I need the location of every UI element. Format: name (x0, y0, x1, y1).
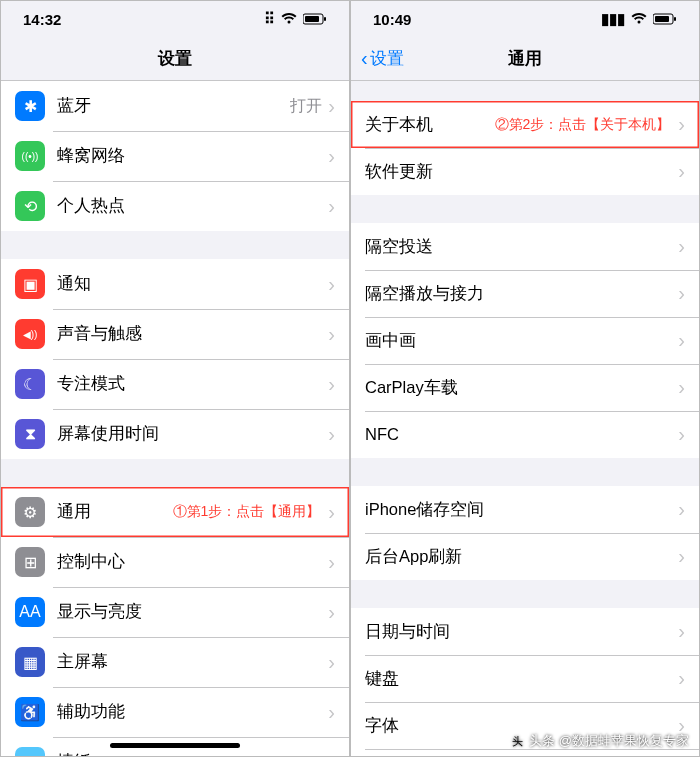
settings-row-hotspot[interactable]: ⟲个人热点› (1, 181, 349, 231)
status-indicators: ⠿ (264, 10, 327, 28)
watermark: 头 头条 @数据蛙苹果恢复专家 (509, 732, 689, 750)
chevron-right-icon: › (328, 751, 335, 757)
general-row[interactable]: 后台App刷新› (351, 533, 699, 580)
accessibility-icon: ♿ (15, 697, 45, 727)
settings-row-notifications[interactable]: ▣通知› (1, 259, 349, 309)
general-row[interactable]: 语言与地区› (351, 749, 699, 756)
row-label: 专注模式 (57, 373, 328, 395)
row-label: CarPlay车载 (365, 377, 678, 399)
chevron-right-icon: › (328, 701, 335, 724)
row-label: 隔空投送 (365, 236, 678, 258)
row-label: 键盘 (365, 668, 678, 690)
chevron-right-icon: › (678, 282, 685, 305)
chevron-right-icon: › (328, 145, 335, 168)
row-label: 软件更新 (365, 161, 678, 183)
status-time: 10:49 (373, 11, 411, 28)
svg-rect-1 (305, 16, 319, 22)
row-label: 蓝牙 (57, 95, 290, 117)
home-screen-icon: ▦ (15, 647, 45, 677)
settings-row-focus[interactable]: ☾专注模式› (1, 359, 349, 409)
control-center-icon: ⊞ (15, 547, 45, 577)
settings-row-screentime[interactable]: ⧗屏幕使用时间› (1, 409, 349, 459)
general-row[interactable]: 画中画› (351, 317, 699, 364)
general-group: iPhone储存空间›后台App刷新› (351, 486, 699, 580)
chevron-right-icon: › (328, 373, 335, 396)
chevron-right-icon: › (328, 273, 335, 296)
general-row[interactable]: 隔空投送› (351, 223, 699, 270)
general-row[interactable]: 关于本机②第2步：点击【关于本机】› (351, 101, 699, 148)
chevron-right-icon: › (328, 501, 335, 524)
chevron-right-icon: › (328, 423, 335, 446)
watermark-icon: 头 (509, 733, 525, 749)
row-label: 关于本机 (365, 114, 495, 136)
general-row[interactable]: 键盘› (351, 655, 699, 702)
settings-group: ▣通知›◀))声音与触感›☾专注模式›⧗屏幕使用时间› (1, 259, 349, 459)
display-icon: AA (15, 597, 45, 627)
wifi-icon (281, 11, 297, 28)
row-detail: 打开 (290, 96, 322, 117)
general-row[interactable]: 隔空播放与接力› (351, 270, 699, 317)
chevron-right-icon: › (678, 498, 685, 521)
row-label: 通知 (57, 273, 328, 295)
row-label: 画中画 (365, 330, 678, 352)
chevron-right-icon: › (328, 95, 335, 118)
header: 设置 (1, 37, 349, 81)
row-label: 墙纸 (57, 751, 328, 756)
general-list[interactable]: 关于本机②第2步：点击【关于本机】›软件更新›隔空投送›隔空播放与接力›画中画›… (351, 81, 699, 756)
general-row[interactable]: 日期与时间› (351, 608, 699, 655)
row-label: 控制中心 (57, 551, 328, 573)
general-row[interactable]: 软件更新› (351, 148, 699, 195)
settings-row-sound[interactable]: ◀))声音与触感› (1, 309, 349, 359)
hotspot-icon: ⟲ (15, 191, 45, 221)
status-indicators: ▮▮▮ (601, 10, 677, 28)
cellular-icon: ⠿ (264, 10, 275, 28)
phone-left: 14:32 ⠿ 设置 ✱蓝牙打开›((•))蜂窝网络›⟲个人热点›▣通知›◀))… (0, 0, 350, 757)
wallpaper-icon: ❀ (15, 747, 45, 756)
chevron-right-icon: › (328, 323, 335, 346)
chevron-right-icon: › (678, 160, 685, 183)
page-title: 通用 (508, 47, 542, 70)
settings-row-control-center[interactable]: ⊞控制中心› (1, 537, 349, 587)
row-label: NFC (365, 425, 678, 444)
general-group: 隔空投送›隔空播放与接力›画中画›CarPlay车载›NFC› (351, 223, 699, 458)
settings-row-bluetooth[interactable]: ✱蓝牙打开› (1, 81, 349, 131)
settings-row-home-screen[interactable]: ▦主屏幕› (1, 637, 349, 687)
settings-row-cellular[interactable]: ((•))蜂窝网络› (1, 131, 349, 181)
home-indicator[interactable] (110, 743, 240, 748)
settings-row-accessibility[interactable]: ♿辅助功能› (1, 687, 349, 737)
row-label: iPhone储存空间 (365, 499, 678, 521)
status-bar: 14:32 ⠿ (1, 1, 349, 37)
chevron-right-icon: › (328, 601, 335, 624)
screentime-icon: ⧗ (15, 419, 45, 449)
general-row[interactable]: iPhone储存空间› (351, 486, 699, 533)
step-annotation: ①第1步：点击【通用】 (173, 503, 321, 521)
row-label: 显示与亮度 (57, 601, 328, 623)
svg-rect-5 (674, 17, 676, 21)
row-label: 主屏幕 (57, 651, 328, 673)
row-label: 蜂窝网络 (57, 145, 328, 167)
general-icon: ⚙ (15, 497, 45, 527)
row-label: 日期与时间 (365, 621, 678, 643)
battery-icon (653, 11, 677, 28)
row-label: 屏幕使用时间 (57, 423, 328, 445)
svg-rect-2 (324, 17, 326, 21)
settings-row-display[interactable]: AA显示与亮度› (1, 587, 349, 637)
row-label: 通用 (57, 501, 173, 523)
chevron-right-icon: › (678, 113, 685, 136)
settings-list[interactable]: ✱蓝牙打开›((•))蜂窝网络›⟲个人热点›▣通知›◀))声音与触感›☾专注模式… (1, 81, 349, 756)
settings-group: ⚙通用①第1步：点击【通用】›⊞控制中心›AA显示与亮度›▦主屏幕›♿辅助功能›… (1, 487, 349, 756)
chevron-right-icon: › (328, 551, 335, 574)
svg-rect-4 (655, 16, 669, 22)
general-row[interactable]: NFC› (351, 411, 699, 458)
bluetooth-icon: ✱ (15, 91, 45, 121)
row-label: 后台App刷新 (365, 546, 678, 568)
general-row[interactable]: CarPlay车载› (351, 364, 699, 411)
chevron-right-icon: › (678, 667, 685, 690)
chevron-right-icon: › (328, 195, 335, 218)
phone-right: 10:49 ▮▮▮ ‹ 设置 通用 关于本机②第2步：点击【关于本机】›软件更新… (350, 0, 700, 757)
settings-row-general[interactable]: ⚙通用①第1步：点击【通用】› (1, 487, 349, 537)
row-label: 隔空播放与接力 (365, 283, 678, 305)
notifications-icon: ▣ (15, 269, 45, 299)
status-bar: 10:49 ▮▮▮ (351, 1, 699, 37)
back-button[interactable]: ‹ 设置 (361, 47, 404, 70)
